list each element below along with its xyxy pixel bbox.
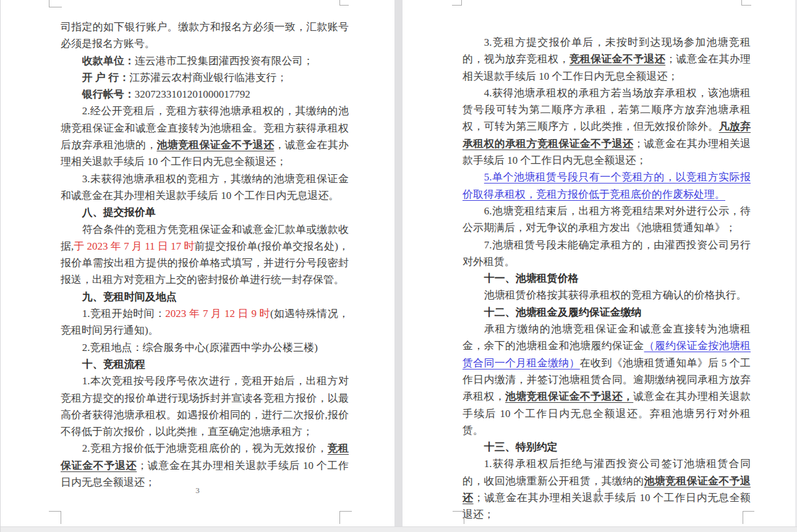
text-run: 竞租保证金不予退还 (569, 53, 665, 65)
paragraph: 2.竞租地点：综合服务中心(原灌西中学办公楼三楼) (61, 339, 349, 356)
paragraph: 2.竞租方报价低于池塘竞租底价的，视为无效报价，竞租保证金不予退还；诚意金在其办… (61, 440, 349, 491)
section-heading: 九、竞租时间及地点 (61, 289, 349, 305)
text-run: 2.竞租地点：综合服务中心(原灌西中学办公楼三楼) (82, 342, 318, 353)
crop-mark-icon (49, 511, 61, 524)
text-run: 2023 年 7 月 12 日 9 时 (165, 308, 270, 319)
section-heading: 十二、池塘租金及履约保证金缴纳 (462, 304, 751, 321)
paragraph: 开 户 行：江苏灌云农村商业银行临港支行； (61, 69, 349, 86)
page-gap (394, 0, 403, 526)
word-document-view: { "colors": { "body_text": "#3f3f3f", "r… (0, 0, 797, 532)
text-run: 开 户 行： (82, 72, 130, 83)
text-run: 2.竞租方报价低于池塘竞租底价的，视为无效报价， (82, 442, 328, 454)
paragraph: 5.单个池塘租赁号段只有一个竞租方的，以竞租方实际报价取得承租权，竞租方报价低于… (462, 169, 751, 203)
page-3-text-area: 司指定的如下银行账户。缴款方和报名方必须一致，汇款账号必须是报名方账号。收款单位… (61, 19, 349, 491)
paragraph: 符合条件的竞租方凭竞租保证金和诚意金汇款单或缴款收据,于 2023 年 7 月 … (61, 221, 349, 289)
text-run: 3207233101201000017792 (135, 88, 250, 100)
text-run: 4.获得池塘承租权的承租方若当场放弃承租权，该池塘租赁号段可转为第二顺序方承租，… (462, 87, 751, 133)
paragraph: 2.经公开竞租后，竞租方获得池塘承租权的，其缴纳的池塘竞租保证金和诚意金直接转为… (61, 103, 349, 170)
page-4-text-area: 3.竞租方提交报价单后，未按时到达现场参加池塘竞租的，视为放弃竞租权，竞租保证金… (462, 34, 751, 523)
section-heading: 八、提交报价单 (61, 204, 349, 221)
section-heading: 十一、池塘租赁价格 (462, 270, 751, 287)
text-run: 司指定的如下银行账户。缴款方和报名方必须一致，汇款账号必须是报名方账号。 (61, 21, 349, 49)
text-run: 收款单位： (82, 55, 135, 67)
text-run: 池塘竞租保证金不予退还 (156, 139, 274, 151)
paragraph: 池塘租赁价格按其获得承租权的竞租方确认的价格执行。 (462, 287, 751, 303)
text-run: 九、竞租时间及地点 (82, 291, 177, 303)
text-run: 1.竞租开始时间： (82, 308, 166, 319)
text-run: 池塘租赁价格按其获得承租权的竞租方确认的价格执行。 (484, 289, 747, 301)
crop-mark-icon (339, 0, 349, 6)
paragraph: 收款单位：连云港市工投集团灌西投资有限公司； (61, 53, 349, 69)
text-run: 连云港市工投集团灌西投资有限公司； (135, 55, 313, 67)
text-run: 银行帐号： (82, 88, 135, 100)
paragraph: 1.竞租开始时间：2023 年 7 月 12 日 9 时(如遇特殊情况，竞租时间… (61, 305, 349, 339)
page-number: 4 (403, 486, 795, 496)
paragraph: 承租方缴纳的池塘竞租保证金和诚意金直接转为池塘租金，余下的池塘租金和池塘履约保证… (462, 321, 751, 439)
paragraph: 司指定的如下银行账户。缴款方和报名方必须一致，汇款账号必须是报名方账号。 (61, 19, 349, 53)
page-number: 3 (1, 486, 394, 496)
text-run: 十三、特别约定 (484, 441, 558, 453)
text-run: 1.本次竞租按号段序号依次进行，竞租开始后，出租方对竞租方提交的报价单进行现场拆… (61, 375, 349, 437)
crop-mark-icon (339, 511, 352, 524)
text-run: 十二、池塘租金及履约保证金缴纳 (484, 306, 642, 318)
paragraph: 3.未获得池塘承租权的竞租方，其缴纳的池塘竞租保证金和诚意金在其办理相关退款手续… (61, 171, 349, 205)
crop-mark-icon (453, 511, 464, 524)
text-run: ；诚意金在其办理相关退款手续后 10 个工作日内无息全额退还； (462, 492, 751, 520)
paragraph: 1.本次竞租按号段序号依次进行，竞租开始后，出租方对竞租方提交的报价单进行现场拆… (61, 373, 349, 440)
text-run: 十一、池塘租赁价格 (484, 272, 579, 284)
text-run: 池塘竞租保证金不予退还， (505, 391, 633, 402)
window-bottom-strip (1, 526, 797, 532)
text-run: 7.池塘租赁号段未能确定承租方的，由灌西投资公司另行对外租赁。 (462, 239, 751, 268)
crop-mark-icon (743, 511, 754, 524)
text-run: 3.未获得池塘承租权的竞租方，其缴纳的池塘竞租保证金和诚意金在其办理相关退款手续… (61, 173, 349, 201)
crop-mark-icon (452, 0, 462, 6)
paragraph: 7.池塘租赁号段未能确定承租方的，由灌西投资公司另行对外租赁。 (462, 237, 751, 271)
text-run: 5.单个池塘租赁号段只有一个竞租方的，以竞租方实际报价取得承租权，竞租方报价低于… (462, 171, 751, 200)
text-run: 6.池塘竞租结束后，出租方将竞租结果对外进行公示，待公示期满后，对无争议的承租方… (462, 205, 751, 234)
text-run: 八、提交报价单 (82, 206, 156, 218)
paragraph: 4.获得池塘承租权的承租方若当场放弃承租权，该池塘租赁号段可转为第二顺序方承租，… (462, 85, 751, 169)
crop-mark-icon (49, 0, 62, 7)
section-heading: 十三、特别约定 (462, 439, 751, 455)
paragraph: 3.竞租方提交报价单后，未按时到达现场参加池塘竞租的，视为放弃竞租权，竞租保证金… (462, 34, 751, 85)
text-run: 江苏灌云农村商业银行临港支行； (129, 72, 287, 83)
text-run: 十、竞租流程 (82, 358, 145, 370)
paragraph: 银行帐号：3207233101201000017792 (61, 86, 349, 103)
crop-mark-icon (741, 0, 751, 6)
paragraph: 6.池塘竞租结束后，出租方将竞租结果对外进行公示，待公示期满后，对无争议的承租方… (462, 203, 751, 237)
section-heading: 十、竞租流程 (61, 356, 349, 373)
text-run: 于 2023 年 7 月 11 日 17 时 (74, 240, 194, 252)
